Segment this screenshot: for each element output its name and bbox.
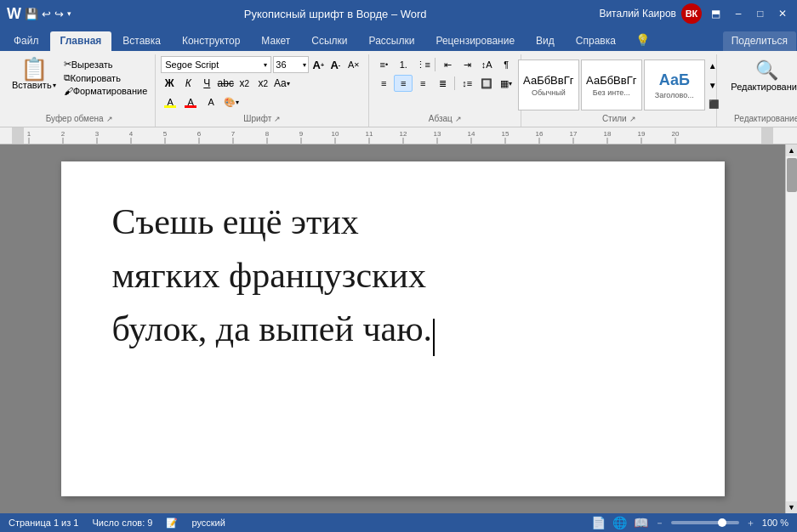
title-bar-right: Виталий Каиров ВК ⬒ – □ ✕ (599, 3, 790, 24)
italic-button[interactable]: К (179, 75, 196, 92)
subscript-button[interactable]: x2 (236, 75, 253, 92)
ribbon-display-btn[interactable]: ⬒ (709, 6, 724, 21)
style-heading-label: Заголово... (655, 91, 694, 99)
read-view-btn[interactable]: 📖 (634, 516, 648, 529)
style-normal-item[interactable]: АаБбВвГг Обычный (518, 59, 579, 110)
ribbon-tabs: Файл Главная Вставка Конструктор Макет С… (0, 27, 797, 51)
save-icon[interactable]: 💾 (25, 8, 38, 20)
font-expand-icon[interactable]: ↗ (274, 115, 281, 123)
svg-text:10: 10 (332, 130, 339, 138)
scroll-up-button[interactable]: ▲ (786, 144, 798, 156)
page-container[interactable]: Съешь ещё этих мягких французских булок,… (0, 144, 785, 513)
tab-layout[interactable]: Макет (251, 31, 300, 51)
para-controls: ≡• 1. ⋮≡ ⇤ ⇥ ↕A ¶ ≡ ≡ ≡ ≣ (374, 56, 515, 92)
sort-button[interactable]: ↕A (477, 56, 496, 73)
text-line3: булок, да выпей чаю. (112, 303, 674, 356)
tab-file[interactable]: Файл (3, 31, 49, 51)
language[interactable]: русский (191, 518, 225, 528)
numbering-button[interactable]: 1. (394, 56, 413, 73)
increase-font-button[interactable]: A+ (310, 57, 326, 72)
decrease-font-button[interactable]: A- (327, 57, 343, 72)
style-heading-preview: АаБ (659, 71, 690, 89)
decrease-indent-button[interactable]: ⇤ (438, 56, 457, 73)
editing-icon: 🔍 (755, 59, 778, 82)
svg-text:9: 9 (299, 130, 304, 138)
scroll-thumb[interactable] (787, 158, 797, 192)
increase-indent-button[interactable]: ⇥ (458, 56, 476, 73)
change-case-button[interactable]: Аа▾ (273, 75, 290, 92)
tab-help[interactable]: Справка (566, 31, 626, 51)
user-avatar[interactable]: ВК (681, 3, 702, 24)
quick-access-dropdown[interactable]: ▾ (67, 9, 71, 18)
tab-home[interactable]: Главная (50, 31, 112, 51)
page-info[interactable]: Страница 1 из 1 (9, 518, 78, 528)
tab-review[interactable]: Рецензирование (425, 31, 525, 51)
clear-format-button[interactable]: A✕ (344, 56, 363, 73)
svg-text:18: 18 (604, 130, 612, 138)
multilevel-button[interactable]: ⋮≡ (413, 56, 432, 73)
justify-button[interactable]: ≣ (433, 75, 452, 92)
font-size-select[interactable]: 36 ▾ (273, 56, 309, 73)
borders-button[interactable]: ▦▾ (497, 75, 515, 92)
lightbulb-icon[interactable]: 💡 (630, 30, 655, 51)
align-center-button[interactable]: ≡ (394, 75, 413, 92)
zoom-level[interactable]: 100 % (762, 518, 788, 528)
tab-view[interactable]: Вид (526, 31, 565, 51)
para-expand-icon[interactable]: ↗ (455, 115, 462, 123)
bullets-button[interactable]: ≡• (374, 56, 393, 73)
copy-button[interactable]: ⧉ Копировать (61, 71, 151, 84)
document-text[interactable]: Съешь ещё этих мягких французских булок,… (112, 195, 674, 356)
word-count[interactable]: Число слов: 9 (92, 518, 152, 528)
style-no-spacing-label: Без инте... (593, 88, 630, 97)
font-label: Шрифт ↗ (161, 114, 363, 125)
zoom-out-icon[interactable]: － (655, 517, 664, 529)
vertical-scrollbar[interactable]: ▲ ▼ (785, 144, 797, 513)
minimize-btn[interactable]: – (731, 6, 746, 21)
close-btn[interactable]: ✕ (775, 6, 790, 21)
svg-text:16: 16 (536, 130, 544, 138)
zoom-in-icon[interactable]: ＋ (746, 517, 755, 529)
word-icon: W (7, 5, 21, 23)
svg-text:3: 3 (95, 130, 100, 138)
tab-share[interactable]: Поделиться (723, 31, 796, 51)
bold-button[interactable]: Ж (161, 75, 178, 92)
strikethrough-button[interactable]: abc (217, 75, 234, 92)
align-left-button[interactable]: ≡ (374, 75, 393, 92)
styles-expand-icon[interactable]: ↗ (629, 115, 636, 123)
editing-button[interactable]: 🔍 Редактирование (722, 56, 797, 95)
style-no-spacing-item[interactable]: АаБбВвГг Без инте... (581, 59, 642, 110)
show-marks-button[interactable]: ¶ (497, 56, 515, 73)
align-right-button[interactable]: ≡ (413, 75, 432, 92)
doc-area: Съешь ещё этих мягких французских булок,… (0, 144, 797, 513)
text-effects-button[interactable]: A (202, 93, 220, 110)
style-no-spacing-preview: АаБбВвГг (586, 74, 636, 87)
web-view-btn[interactable]: 🌐 (612, 516, 627, 529)
paste-button[interactable]: 📋 Вставить▾ (9, 56, 60, 97)
restore-btn[interactable]: □ (753, 6, 768, 21)
scroll-down-button[interactable]: ▼ (786, 501, 798, 513)
cut-button[interactable]: ✂ Вырезать (61, 58, 151, 71)
print-layout-view-btn[interactable]: 📄 (591, 516, 606, 529)
superscript-button[interactable]: x2 (254, 75, 271, 92)
document-page[interactable]: Съешь ещё этих мягких французских булок,… (61, 161, 725, 496)
font-color-button[interactable]: А (181, 93, 200, 110)
tab-references[interactable]: Ссылки (301, 31, 357, 51)
zoom-slider[interactable] (671, 521, 739, 524)
format-painter-button[interactable]: 🖌 Форматирование (61, 85, 151, 97)
underline-button[interactable]: Ч (198, 75, 215, 92)
line-spacing-button[interactable]: ↕≡ (458, 75, 476, 92)
zoom-thumb[interactable] (718, 518, 726, 527)
clipboard-expand-icon[interactable]: ↗ (106, 115, 113, 123)
undo-icon[interactable]: ↩ (42, 8, 51, 20)
redo-icon[interactable]: ↪ (54, 8, 64, 20)
style-heading-item[interactable]: АаБ Заголово... (644, 59, 705, 110)
tab-insert[interactable]: Вставка (112, 31, 171, 51)
shading-button[interactable]: 🎨▾ (222, 93, 241, 110)
shading-para-button[interactable]: 🔲 (477, 75, 496, 92)
text-highlight-button[interactable]: А (161, 93, 179, 110)
font-name-select[interactable]: Segoe Script ▾ (161, 56, 271, 73)
tab-mailings[interactable]: Рассылки (359, 31, 425, 51)
font-group: Segoe Script ▾ 36 ▾ A+ A- A✕ Ж К (156, 54, 369, 127)
tab-design[interactable]: Конструктор (172, 31, 250, 51)
clipboard-content: 📋 Вставить▾ ✂ Вырезать ⧉ Копировать 🖌 Фо… (9, 56, 150, 114)
